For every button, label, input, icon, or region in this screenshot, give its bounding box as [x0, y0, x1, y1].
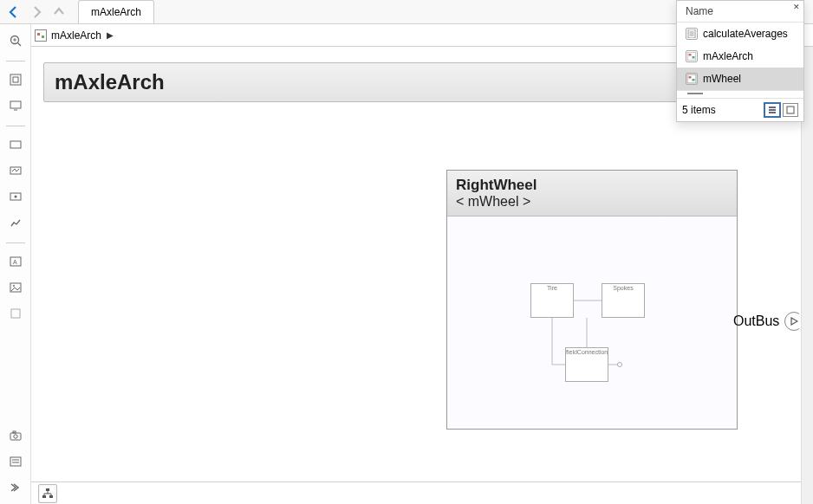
svg-rect-9: [10, 74, 21, 85]
breadcrumb-root[interactable]: mAxleArch: [51, 29, 101, 42]
svg-rect-49: [693, 79, 695, 81]
svg-text:A: A: [13, 259, 17, 265]
svg-rect-53: [787, 107, 794, 113]
svg-rect-34: [42, 495, 46, 498]
zoom-in-icon[interactable]: [6, 31, 25, 50]
svg-rect-25: [10, 457, 21, 466]
chevron-right-icon: ▶: [107, 30, 114, 40]
empty-rect-icon[interactable]: [6, 304, 25, 323]
canvas[interactable]: RightWheel < mWheel > Tire Spokes fieldC…: [43, 102, 787, 504]
image-icon[interactable]: [6, 278, 25, 297]
signal-icon[interactable]: [6, 161, 25, 180]
svg-rect-33: [46, 488, 49, 491]
svg-rect-3: [37, 33, 40, 36]
svg-rect-24: [13, 431, 16, 433]
panel-list: calculateAverages mAxleArch mWheel: [677, 22, 803, 91]
box-dot-icon[interactable]: [6, 187, 25, 206]
model-icon: [35, 29, 47, 42]
play-triangle-icon: [784, 312, 799, 331]
list-icon[interactable]: [6, 452, 25, 471]
divider: [6, 61, 25, 61]
screen-icon[interactable]: [6, 96, 25, 115]
panel-item-label: mWheel: [703, 73, 741, 85]
svg-rect-21: [11, 309, 20, 318]
block-header: RightWheel < mWheel >: [447, 171, 737, 216]
svg-point-23: [13, 435, 16, 438]
svg-rect-46: [693, 56, 695, 59]
camera-icon[interactable]: [6, 426, 25, 445]
tab-model[interactable]: mAxleArch: [78, 0, 154, 23]
chart-line-icon[interactable]: [6, 213, 25, 232]
nav-forward-button[interactable]: [28, 3, 45, 21]
block-rightwheel[interactable]: RightWheel < mWheel > Tire Spokes fieldC…: [446, 170, 738, 430]
svg-point-20: [13, 285, 15, 287]
view-list-button[interactable]: [764, 103, 780, 117]
block-subtitle: < mWheel >: [456, 194, 728, 210]
port-label: OutBus: [733, 313, 779, 329]
port-dot-icon: [617, 362, 622, 367]
inner-block-fieldconnection[interactable]: fieldConnection: [565, 347, 608, 382]
nav-back-button[interactable]: [5, 3, 23, 21]
divider: [6, 126, 25, 126]
nav-buttons: [0, 3, 73, 21]
svg-rect-4: [42, 36, 44, 38]
panel-item-count: 5 items: [682, 104, 716, 116]
panel-item-maxlearch[interactable]: mAxleArch: [677, 45, 803, 68]
svg-rect-10: [13, 77, 18, 82]
panel-header[interactable]: Name: [677, 1, 803, 22]
inner-block-tire[interactable]: Tire: [530, 283, 574, 318]
svg-rect-13: [10, 141, 21, 148]
divider: [6, 242, 25, 243]
script-icon: [686, 28, 698, 40]
inner-block-spokes[interactable]: Spokes: [602, 283, 645, 318]
svg-rect-45: [689, 54, 692, 56]
svg-point-16: [14, 196, 16, 198]
fit-view-icon[interactable]: [6, 70, 25, 89]
svg-line-6: [17, 43, 21, 47]
output-port[interactable]: OutBus: [733, 312, 799, 331]
outer-scrollbar[interactable]: [801, 140, 813, 504]
expand-icon[interactable]: [6, 478, 25, 497]
finder-panel: ✕ Name calculateAverages mAxleArch mWhee…: [676, 0, 804, 122]
panel-item-mwheel[interactable]: mWheel: [677, 68, 803, 90]
model-icon: [686, 50, 698, 62]
panel-footer: 5 items: [677, 98, 803, 121]
panel-item-label: calculateAverages: [703, 28, 788, 40]
panel-item-label: mAxleArch: [703, 50, 753, 62]
svg-rect-35: [49, 495, 53, 498]
bottom-bar: [31, 481, 813, 504]
svg-rect-48: [689, 76, 692, 79]
left-toolbar: A: [0, 24, 31, 504]
model-icon: [686, 73, 698, 85]
tab-label: mAxleArch: [91, 6, 141, 18]
panel-item-calculateaverages[interactable]: calculateAverages: [677, 23, 803, 45]
svg-rect-11: [10, 101, 21, 108]
svg-rect-22: [10, 433, 21, 440]
rect-icon[interactable]: [6, 135, 25, 154]
nav-up-button[interactable]: [50, 3, 68, 21]
hierarchy-button[interactable]: [38, 484, 57, 503]
block-title: RightWheel: [456, 177, 728, 194]
view-grid-button[interactable]: [783, 103, 798, 117]
text-box-icon[interactable]: A: [6, 252, 25, 271]
